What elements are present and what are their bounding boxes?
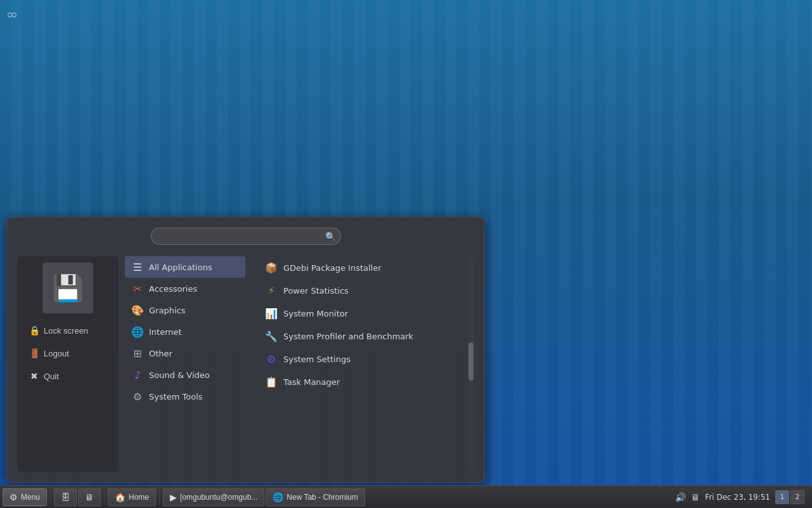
taskbar-chromium-button[interactable]: 🌐 New Tab - Chromium xyxy=(266,488,364,506)
desktop-logo: ∞ xyxy=(6,6,18,22)
scrollbar-track[interactable] xyxy=(468,256,474,472)
graphics-icon: 🎨 xyxy=(131,304,144,316)
category-internet[interactable]: 🌐 Internet xyxy=(125,321,245,342)
terminal-icon: ▶ xyxy=(170,492,177,502)
search-bar-container: 🔍 xyxy=(17,228,474,245)
display-icon: 🖥 xyxy=(85,492,94,502)
app-menu: 🔍 💾 🔒 Lock screen 🚪 Logout ✖ Quit xyxy=(6,217,485,483)
lock-screen-button[interactable]: 🔒 Lock screen xyxy=(23,321,112,340)
all-apps-icon: ☰ xyxy=(131,261,144,273)
category-system-tools[interactable]: ⚙ System Tools xyxy=(125,386,245,407)
system-settings-icon: ⚙ xyxy=(264,352,278,366)
search-input-wrap: 🔍 xyxy=(151,228,341,245)
workspace-switcher: 1 2 xyxy=(775,490,804,504)
menu-button-icon: ⚙ xyxy=(10,492,18,502)
categories-panel: ☰ All Applications ✂ Accessories 🎨 Graph… xyxy=(119,256,252,472)
system-profiler-icon: 🔧 xyxy=(264,329,278,343)
category-graphics[interactable]: 🎨 Graphics xyxy=(125,299,245,321)
volume-icon[interactable]: 🔊 xyxy=(675,492,686,502)
display-tray-icon[interactable]: 🖥 xyxy=(691,492,700,502)
datetime: Fri Dec 23, 19:51 xyxy=(705,493,770,502)
files-icon: 🗄 xyxy=(61,492,70,502)
logout-button[interactable]: 🚪 Logout xyxy=(23,344,112,363)
lock-icon: 🔒 xyxy=(29,325,40,336)
taskbar-display-button[interactable]: 🖥 xyxy=(78,488,101,506)
chromium-icon: 🌐 xyxy=(273,492,283,502)
app-system-profiler[interactable]: 🔧 System Profiler and Benchmark xyxy=(258,325,468,348)
scrollbar-thumb[interactable] xyxy=(468,342,474,381)
menu-body: 💾 🔒 Lock screen 🚪 Logout ✖ Quit ☰ All Ap… xyxy=(17,256,474,472)
taskbar-terminal-button[interactable]: ▶ [omgubuntu@omgub... xyxy=(163,488,264,506)
taskbar-separator-3 xyxy=(159,490,160,505)
app-power-statistics[interactable]: ⚡ Power Statistics xyxy=(258,279,468,302)
quit-icon: ✖ xyxy=(29,370,40,382)
menu-button[interactable]: ⚙ Menu xyxy=(3,488,47,506)
category-sound-video[interactable]: ♪ Sound & Video xyxy=(125,364,245,386)
taskbar: ⚙ Menu 🗄 🖥 🏠 Home ▶ [omgubuntu@omgub... … xyxy=(0,485,812,508)
system-monitor-icon: 📊 xyxy=(264,306,278,320)
power-stats-icon: ⚡ xyxy=(264,283,278,297)
user-avatar: 💾 xyxy=(42,263,93,313)
internet-icon: 🌐 xyxy=(131,325,144,338)
hdd-icon: 💾 xyxy=(52,273,84,303)
taskbar-home-button[interactable]: 🏠 Home xyxy=(108,488,156,506)
taskbar-separator-1 xyxy=(50,490,51,505)
app-task-manager[interactable]: 📋 Task Manager xyxy=(258,370,468,393)
task-manager-icon: 📋 xyxy=(264,375,278,389)
gdebi-icon: 📦 xyxy=(264,261,278,275)
category-all-applications[interactable]: ☰ All Applications xyxy=(125,256,245,278)
workspace-1-button[interactable]: 1 xyxy=(775,490,789,504)
system-tray: 🔊 🖥 Fri Dec 23, 19:51 1 2 xyxy=(670,490,809,504)
apps-panel: 📦 GDebi Package Installer ⚡ Power Statis… xyxy=(252,256,474,472)
accessories-icon: ✂ xyxy=(131,282,144,295)
app-system-settings[interactable]: ⚙ System Settings xyxy=(258,348,468,370)
category-accessories[interactable]: ✂ Accessories xyxy=(125,278,245,299)
other-icon: ⊞ xyxy=(131,347,144,360)
workspace-2-button[interactable]: 2 xyxy=(790,490,804,504)
quit-button[interactable]: ✖ Quit xyxy=(23,367,112,386)
app-gdebi[interactable]: 📦 GDebi Package Installer xyxy=(258,256,468,279)
app-system-monitor[interactable]: 📊 System Monitor xyxy=(258,302,468,325)
home-icon: 🏠 xyxy=(115,492,126,502)
taskbar-separator-2 xyxy=(104,490,105,505)
search-input[interactable] xyxy=(151,228,341,245)
logout-icon: 🚪 xyxy=(29,348,40,359)
taskbar-files-button[interactable]: 🗄 xyxy=(54,488,77,506)
search-icon: 🔍 xyxy=(325,231,336,242)
sound-video-icon: ♪ xyxy=(131,368,144,381)
category-other[interactable]: ⊞ Other xyxy=(125,342,245,364)
system-tools-icon: ⚙ xyxy=(131,390,144,403)
left-panel: 💾 🔒 Lock screen 🚪 Logout ✖ Quit xyxy=(17,256,119,472)
